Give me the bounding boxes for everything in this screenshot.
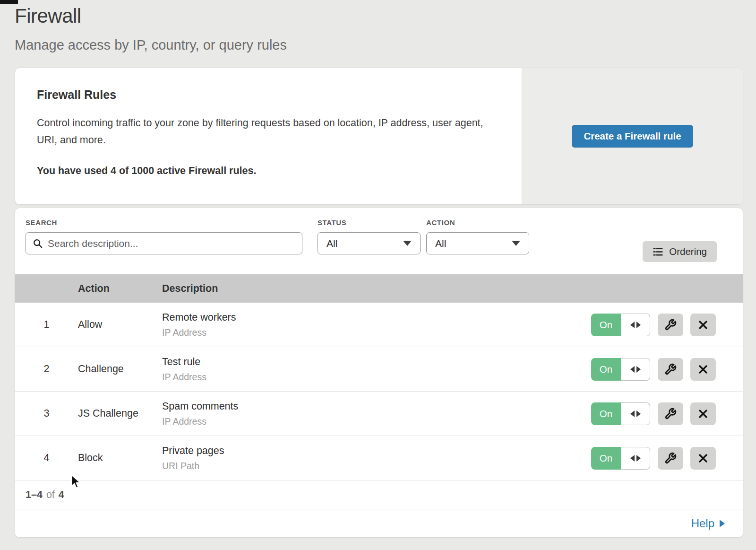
search-input-wrapper[interactable] [26, 232, 302, 254]
arrow-left-icon [630, 366, 635, 373]
rule-enabled-toggle[interactable]: On [591, 402, 650, 425]
rules-card-heading: Firewall Rules [37, 88, 503, 102]
delete-rule-button[interactable] [690, 358, 716, 381]
rule-controls: On [591, 314, 716, 336]
arrow-left-icon [630, 455, 635, 462]
action-select-value: All [435, 238, 446, 249]
arrow-right-icon [636, 410, 641, 417]
rule-row: 2 Challenge Test rule IP Address On [15, 347, 743, 392]
action-label: ACTION [426, 218, 529, 227]
rule-action: Challenge [78, 363, 162, 375]
chevron-down-icon [403, 241, 412, 246]
close-icon [697, 408, 709, 419]
firewall-rules-summary: Firewall Rules Control incoming traffic … [15, 68, 522, 204]
rule-row: 4 Block Private pages URI Path On [15, 436, 743, 480]
rule-priority: 4 [15, 452, 78, 464]
rule-description-cell: Test rule IP Address [162, 356, 591, 383]
rule-enabled-toggle[interactable]: On [591, 314, 650, 336]
search-input[interactable] [48, 238, 295, 249]
wrench-icon [664, 363, 677, 375]
close-icon [697, 364, 709, 375]
wrench-icon [664, 408, 677, 420]
edit-rule-button[interactable] [658, 402, 683, 425]
status-select[interactable]: All [318, 232, 421, 254]
rule-description: Remote workers [162, 312, 591, 323]
rule-controls: On [591, 447, 716, 470]
close-icon [697, 453, 709, 464]
rule-row: 1 Allow Remote workers IP Address On [15, 303, 743, 347]
rule-description: Spam comments [162, 401, 591, 412]
edit-rule-button[interactable] [658, 447, 683, 470]
rule-priority: 1 [15, 319, 78, 331]
pagination-bar: 1–4 of 4 [15, 480, 743, 509]
edit-rule-button[interactable] [658, 314, 683, 336]
rule-action: Allow [78, 319, 162, 331]
rule-description-cell: Private pages URI Path [162, 445, 591, 471]
rule-description-cell: Remote workers IP Address [162, 312, 591, 338]
delete-rule-button[interactable] [690, 402, 716, 425]
rule-description-cell: Spam comments IP Address [162, 401, 591, 427]
rules-usage-count: You have used 4 of 1000 active Firewall … [37, 165, 503, 177]
toggle-handle[interactable] [621, 402, 650, 425]
search-label: SEARCH [26, 218, 302, 227]
page-title: Firewall [15, 4, 743, 28]
edit-rule-button[interactable] [658, 358, 683, 381]
rule-match-type: IP Address [162, 327, 591, 338]
delete-rule-button[interactable] [690, 447, 716, 470]
rule-controls: On [591, 402, 716, 425]
rule-row: 3 JS Challenge Spam comments IP Address … [15, 392, 743, 436]
arrow-right-icon [636, 455, 641, 462]
column-description: Description [162, 283, 743, 295]
wrench-icon [664, 319, 677, 331]
rule-priority: 2 [15, 363, 78, 375]
pagination-of: of [46, 489, 55, 501]
status-select-value: All [326, 238, 337, 249]
close-icon [697, 319, 709, 331]
toggle-handle[interactable] [621, 314, 650, 336]
rules-card-action-panel: Create a Firewall rule [522, 68, 743, 204]
rule-match-type: IP Address [162, 416, 591, 427]
rule-action: Block [78, 452, 162, 464]
search-filter-group: SEARCH [26, 218, 302, 254]
delete-rule-button[interactable] [690, 314, 716, 336]
pagination-range: 1–4 [26, 489, 43, 501]
rules-table-header: Action Description [15, 274, 743, 303]
chevron-down-icon [512, 241, 520, 246]
filter-bar: SEARCH STATUS All [15, 208, 743, 274]
ordering-button[interactable]: Ordering [643, 241, 717, 262]
arrow-right-icon [636, 366, 641, 373]
ordering-button-label: Ordering [669, 246, 707, 257]
pagination-total: 4 [59, 489, 64, 501]
rules-table-body: 1 Allow Remote workers IP Address On [15, 303, 743, 480]
toggle-on-label: On [591, 402, 621, 425]
rule-priority: 3 [15, 408, 78, 419]
status-label: STATUS [318, 218, 421, 227]
page-header: Firewall Manage access by IP, country, o… [15, 0, 743, 53]
arrow-right-icon [720, 520, 725, 527]
toggle-handle[interactable] [621, 447, 650, 470]
create-firewall-rule-button[interactable]: Create a Firewall rule [572, 125, 693, 148]
column-action: Action [78, 283, 162, 295]
rules-card-description: Control incoming traffic to your zone by… [37, 114, 486, 148]
help-link[interactable]: Help [691, 517, 725, 530]
list-icon [653, 246, 663, 257]
firewall-rules-card: Firewall Rules Control incoming traffic … [15, 68, 743, 205]
help-bar: Help [15, 509, 743, 537]
rule-enabled-toggle[interactable]: On [591, 447, 650, 470]
search-icon [33, 238, 43, 249]
rule-action: JS Challenge [78, 408, 162, 419]
rule-description: Private pages [162, 445, 591, 457]
action-select[interactable]: All [426, 232, 529, 254]
rule-enabled-toggle[interactable]: On [591, 358, 650, 381]
action-filter-group: ACTION All [426, 218, 529, 254]
rule-match-type: IP Address [162, 372, 591, 383]
status-filter-group: STATUS All [318, 218, 421, 254]
page-subtitle: Manage access by IP, country, or query r… [15, 37, 743, 53]
wrench-icon [664, 452, 677, 464]
toggle-on-label: On [591, 447, 621, 470]
arrow-right-icon [636, 322, 641, 328]
rule-match-type: URI Path [162, 461, 591, 471]
toggle-handle[interactable] [621, 358, 650, 381]
help-link-label: Help [691, 517, 714, 530]
firewall-page: Firewall Manage access by IP, country, o… [0, 0, 756, 550]
